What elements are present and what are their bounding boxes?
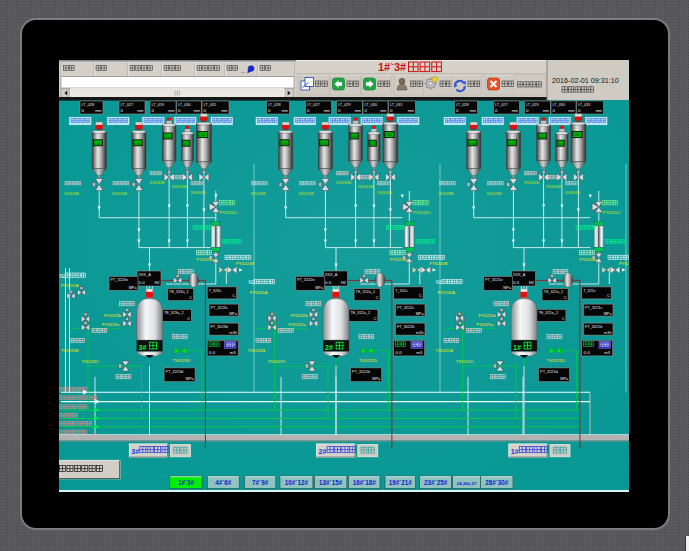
svg-text:PY0220B: PY0220B [430, 261, 448, 266]
svg-text:0.00: 0.00 [385, 133, 392, 137]
svg-text:FY0221b: FY0221b [479, 313, 497, 318]
svg-text:FY0221a: FY0221a [477, 322, 495, 327]
svg-text:PY0220a: PY0220a [197, 257, 215, 262]
svg-text:C: C [187, 317, 190, 321]
svg-text:3#: 3# [139, 343, 147, 352]
svg-text:0.00: 0.00 [351, 135, 358, 139]
svg-text:0.0: 0.0 [209, 350, 216, 355]
svg-text:C: C [232, 294, 235, 298]
svg-text:LT_030: LT_030 [553, 103, 566, 107]
svg-text:T_322c: T_322c [395, 289, 408, 293]
svg-text:2016-02-01 09:31:10: 2016-02-01 09:31:10 [552, 76, 619, 85]
svg-text:HZ: HZ [529, 281, 535, 285]
svg-text:T_323c: T_323c [209, 289, 222, 293]
svg-text:mm: mm [596, 109, 602, 113]
svg-text:MPa: MPa [503, 286, 512, 290]
svg-text:mm: mm [194, 109, 200, 113]
svg-text:FY0223b: FY0223b [104, 313, 122, 318]
svg-text:TV0223D: TV0223D [173, 358, 191, 363]
svg-text:0.00: 0.00 [134, 142, 141, 146]
svg-text:1#`3#: 1#`3# [378, 61, 406, 73]
svg-text:LT_031: LT_031 [390, 103, 403, 107]
svg-text:MPa: MPa [229, 312, 238, 316]
svg-text:LT_028: LT_028 [268, 103, 281, 107]
svg-text:0.00: 0.00 [321, 142, 328, 146]
svg-text:PT_3223c: PT_3223c [211, 306, 228, 310]
svg-text:TE_322a_2: TE_322a_2 [350, 311, 370, 315]
svg-text:C: C [374, 317, 377, 321]
svg-text:LT_028: LT_028 [456, 103, 469, 107]
svg-text:TV0221B: TV0221B [436, 348, 454, 353]
svg-text:C: C [189, 296, 192, 300]
svg-text:m3: m3 [604, 350, 610, 355]
svg-text:PT_3222c: PT_3222c [397, 306, 414, 310]
svg-text:N2: N2 [249, 280, 255, 285]
svg-text:0.00: 0.00 [183, 142, 190, 146]
svg-text:TV0223B: TV0223B [61, 348, 79, 353]
svg-text:XV021E: XV021E [487, 191, 503, 196]
svg-text:XV041E: XV041E [358, 184, 374, 189]
svg-text:0.0: 0.0 [513, 280, 520, 285]
svg-text:MPa: MPa [186, 377, 195, 381]
svg-text:TV0222C: TV0222C [268, 359, 286, 364]
svg-text:LT_030: LT_030 [178, 103, 191, 107]
svg-text:1#`3#: 1#`3# [178, 479, 195, 486]
svg-text:mm: mm [470, 109, 476, 113]
svg-text:TE_322a_1: TE_322a_1 [356, 290, 376, 294]
svg-text:PY0220a: PY0220a [390, 257, 408, 262]
svg-text:LT_029: LT_029 [338, 103, 351, 107]
svg-text:XV051E: XV051E [191, 190, 207, 195]
svg-text:0.0: 0.0 [584, 350, 591, 355]
svg-text:FY0223a: FY0223a [102, 322, 120, 327]
svg-text:2#: 2# [319, 447, 327, 456]
svg-text:XXX_A: XXX_A [513, 273, 526, 277]
svg-text:PT_3223e: PT_3223e [111, 278, 129, 282]
svg-text:HZ: HZ [154, 281, 160, 285]
svg-text:mm: mm [568, 109, 574, 113]
svg-text:0.00: 0.00 [370, 142, 377, 146]
svg-text:PT_3222e: PT_3222e [297, 278, 315, 282]
svg-text:XV051E: XV051E [565, 190, 581, 195]
svg-text:PY0220B: PY0220B [619, 261, 629, 266]
svg-text:mm: mm [137, 109, 143, 113]
svg-text:LT_029: LT_029 [526, 103, 539, 107]
svg-text:2#: 2# [325, 343, 333, 352]
svg-text:0.0: 0.0 [139, 280, 146, 285]
svg-text:FT_3021b: FT_3021b [585, 325, 602, 329]
svg-text:LT_031: LT_031 [204, 103, 217, 107]
svg-text:mm: mm [380, 109, 386, 113]
svg-text:XXX_A: XXX_A [325, 273, 338, 277]
svg-text:MPa: MPa [604, 312, 613, 316]
svg-text:...: ... [241, 68, 246, 74]
svg-text:PY0220B: PY0220B [236, 261, 254, 266]
svg-text:TV0222B: TV0222B [248, 348, 266, 353]
svg-text:mm: mm [408, 109, 414, 113]
svg-text:XV041E: XV041E [172, 184, 188, 189]
svg-text:PT_3223d: PT_3223d [166, 370, 184, 374]
svg-text:XV021E: XV021E [112, 191, 128, 196]
svg-text:0.0: 0.0 [325, 280, 332, 285]
svg-text:XV026E: XV026E [64, 191, 80, 196]
svg-text:10#`12#: 10#`12# [285, 479, 309, 486]
svg-text:mm: mm [282, 109, 288, 113]
svg-text:m3h: m3h [416, 331, 423, 335]
svg-text:0.00: 0.00 [199, 133, 206, 137]
svg-text:0.00: 0.00 [558, 142, 565, 146]
svg-text:T_321c: T_321c [583, 289, 596, 293]
svg-text:LT_027: LT_027 [121, 103, 134, 107]
svg-text:XV031E: XV031E [524, 180, 540, 185]
svg-text:TV0221C: TV0221C [456, 359, 474, 364]
svg-text:0.00: 0.00 [164, 135, 171, 139]
svg-text:C: C [607, 294, 610, 298]
svg-text:PT_3221d: PT_3221d [540, 370, 558, 374]
svg-text:MPa: MPa [315, 286, 324, 290]
svg-text:3#: 3# [131, 447, 139, 456]
svg-text:0.00: 0.00 [469, 142, 476, 146]
svg-text:TV0223C: TV0223C [82, 359, 100, 364]
svg-text:19#`21#: 19#`21# [389, 479, 413, 486]
svg-text:23#`25#: 23#`25# [424, 479, 448, 486]
svg-text:m3: m3 [230, 350, 236, 355]
svg-text:0.00: 0.00 [573, 133, 580, 137]
svg-text:HZ: HZ [341, 281, 347, 285]
svg-text:XV041E: XV041E [546, 184, 562, 189]
